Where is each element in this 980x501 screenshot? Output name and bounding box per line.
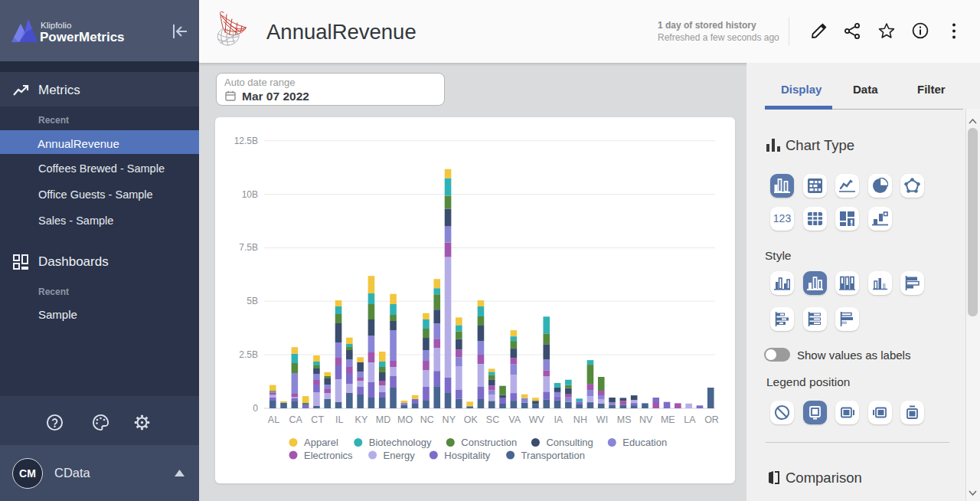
svg-text:KY: KY bbox=[355, 414, 368, 425]
svg-text:IA: IA bbox=[554, 414, 563, 425]
svg-text:Biotechnology: Biotechnology bbox=[369, 437, 432, 448]
svg-text:Apparel: Apparel bbox=[304, 437, 338, 448]
svg-text:12.5B: 12.5B bbox=[234, 136, 258, 146]
svg-text:ME: ME bbox=[661, 414, 675, 425]
svg-text:CT: CT bbox=[311, 414, 324, 425]
svg-text:NV: NV bbox=[639, 414, 653, 425]
svg-text:CA: CA bbox=[289, 414, 302, 425]
svg-text:LA: LA bbox=[684, 414, 696, 425]
svg-text:MD: MD bbox=[376, 414, 390, 425]
svg-text:MS: MS bbox=[617, 414, 632, 425]
svg-text:Energy: Energy bbox=[384, 450, 416, 461]
svg-text:SC: SC bbox=[486, 414, 499, 425]
svg-text:Hospitality: Hospitality bbox=[444, 450, 490, 461]
svg-text:Electronics: Electronics bbox=[304, 450, 353, 461]
svg-text:MO: MO bbox=[397, 414, 413, 425]
svg-text:Consulting: Consulting bbox=[546, 437, 593, 448]
svg-text:0: 0 bbox=[253, 403, 258, 414]
svg-text:NC: NC bbox=[420, 414, 434, 425]
svg-text:2.5B: 2.5B bbox=[239, 349, 258, 360]
svg-text:Transportation: Transportation bbox=[521, 450, 585, 461]
svg-text:10B: 10B bbox=[242, 189, 258, 200]
svg-text:Education: Education bbox=[622, 437, 667, 448]
svg-text:OK: OK bbox=[464, 414, 479, 425]
svg-text:WV: WV bbox=[529, 414, 545, 425]
svg-text:5B: 5B bbox=[247, 296, 258, 306]
svg-text:VA: VA bbox=[508, 414, 521, 425]
svg-text:7.5B: 7.5B bbox=[239, 242, 258, 253]
svg-text:WI: WI bbox=[596, 414, 608, 425]
svg-text:AL: AL bbox=[268, 414, 279, 425]
svg-text:OR: OR bbox=[704, 414, 719, 425]
svg-text:IL: IL bbox=[335, 414, 343, 425]
svg-text:NY: NY bbox=[443, 414, 456, 425]
svg-text:NH: NH bbox=[573, 414, 587, 425]
svg-text:Construction: Construction bbox=[461, 437, 517, 448]
